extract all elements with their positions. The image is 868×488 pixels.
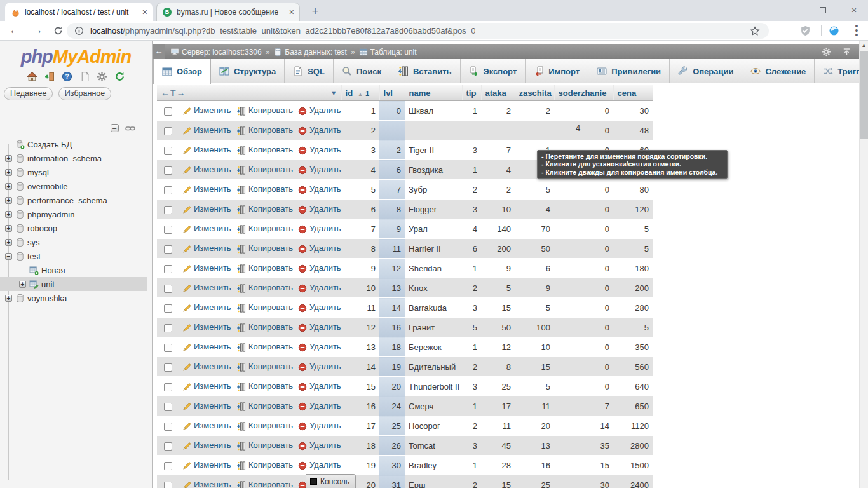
expand-icon[interactable]: + bbox=[5, 155, 12, 162]
row-edit-link[interactable]: Изменить bbox=[182, 105, 231, 115]
tab-close-icon[interactable]: × bbox=[142, 8, 147, 17]
console-button[interactable]: Консоль bbox=[306, 474, 356, 488]
row-delete-link[interactable]: Удалить bbox=[298, 381, 341, 391]
row-delete-link[interactable]: Удалить bbox=[298, 322, 341, 332]
tree-item-label[interactable]: voynushka bbox=[27, 294, 67, 303]
row-delete-link[interactable]: Удалить bbox=[298, 165, 341, 174]
collapse-all-icon[interactable]: – bbox=[111, 124, 119, 132]
tree-item-создать-бд[interactable]: +Создать БД bbox=[0, 137, 147, 151]
column-dropdown-icon[interactable]: ▼ bbox=[330, 89, 337, 97]
tree-item-label[interactable]: test bbox=[27, 252, 41, 261]
page-settings-gear-icon[interactable] bbox=[822, 47, 831, 57]
expand-icon[interactable]: + bbox=[5, 211, 12, 218]
row-delete-link[interactable]: Удалить bbox=[298, 440, 341, 450]
tab-privileges[interactable]: Привилегии bbox=[588, 59, 670, 83]
window-minimize-button[interactable]: – bbox=[773, 0, 801, 21]
row-checkbox[interactable] bbox=[164, 403, 172, 411]
tree-item-phpmyadmin[interactable]: +phpmyadmin bbox=[0, 207, 147, 221]
forward-button[interactable]: → bbox=[32, 25, 43, 36]
row-checkbox[interactable] bbox=[164, 127, 172, 135]
row-edit-link[interactable]: Изменить bbox=[182, 184, 231, 194]
row-copy-link[interactable]: Копировать bbox=[237, 322, 293, 332]
tab-structure[interactable]: Структура bbox=[211, 59, 285, 83]
row-edit-link[interactable]: Изменить bbox=[182, 480, 231, 488]
row-checkbox[interactable] bbox=[164, 344, 172, 352]
row-edit-link[interactable]: Изменить bbox=[182, 460, 231, 470]
tree-item-label[interactable]: mysql bbox=[27, 168, 49, 177]
expand-icon[interactable]: + bbox=[5, 295, 12, 302]
tab-browse[interactable]: Обзор bbox=[153, 59, 211, 84]
row-copy-link[interactable]: Копировать bbox=[237, 145, 293, 154]
row-edit-link[interactable]: Изменить bbox=[182, 204, 231, 214]
row-edit-link[interactable]: Изменить bbox=[182, 125, 231, 135]
link-with-main-panel-icon[interactable] bbox=[125, 125, 135, 132]
row-edit-link[interactable]: Изменить bbox=[182, 165, 231, 174]
row-checkbox[interactable] bbox=[164, 206, 172, 214]
row-checkbox[interactable] bbox=[164, 186, 172, 194]
tab-sql[interactable]: SQL bbox=[285, 59, 334, 83]
row-copy-link[interactable]: Копировать bbox=[237, 105, 293, 115]
collapse-console-icon[interactable] bbox=[842, 47, 851, 57]
row-delete-link[interactable]: Удалить bbox=[298, 401, 341, 410]
row-copy-link[interactable]: Копировать bbox=[237, 381, 293, 391]
row-checkbox[interactable] bbox=[164, 363, 172, 372]
tree-item-test[interactable]: −test bbox=[0, 249, 147, 263]
tree-item-label[interactable]: performance_schema bbox=[27, 196, 107, 205]
column-options-control[interactable]: ←T→ bbox=[161, 88, 186, 98]
tree-item-robocop[interactable]: +robocop bbox=[0, 221, 147, 235]
documentation-icon[interactable] bbox=[79, 71, 90, 82]
tree-item-overmobile[interactable]: +overmobile bbox=[0, 179, 147, 193]
tree-item-label[interactable]: unit bbox=[41, 280, 55, 289]
window-close-button[interactable]: × bbox=[840, 0, 868, 21]
row-copy-link[interactable]: Копировать bbox=[237, 362, 293, 371]
row-delete-link[interactable]: Удалить bbox=[298, 224, 341, 233]
row-edit-link[interactable]: Изменить bbox=[182, 224, 231, 233]
tab-export[interactable]: Экспорт bbox=[461, 59, 526, 83]
column-header-soderzhanie[interactable]: soderzhanie bbox=[554, 85, 613, 101]
row-delete-link[interactable]: Удалить bbox=[298, 342, 341, 351]
breadcrumb-database[interactable]: База данных: test bbox=[285, 48, 347, 57]
row-edit-link[interactable]: Изменить bbox=[182, 440, 231, 450]
row-checkbox[interactable] bbox=[164, 285, 172, 293]
collapse-icon[interactable]: − bbox=[5, 253, 12, 260]
tab-tracking[interactable]: Слежение bbox=[742, 59, 815, 83]
logout-icon[interactable] bbox=[44, 71, 55, 82]
row-checkbox[interactable] bbox=[164, 226, 172, 234]
row-checkbox[interactable] bbox=[164, 324, 172, 332]
expand-icon[interactable]: + bbox=[5, 197, 12, 204]
row-edit-link[interactable]: Изменить bbox=[182, 421, 231, 430]
row-edit-link[interactable]: Изменить bbox=[182, 362, 231, 371]
column-header-ataka[interactable]: ataka bbox=[481, 85, 515, 101]
tab-operations[interactable]: Операции bbox=[670, 59, 742, 83]
reload-button[interactable] bbox=[53, 26, 63, 36]
row-delete-link[interactable]: Удалить bbox=[298, 421, 341, 430]
row-checkbox[interactable] bbox=[164, 245, 172, 254]
tab-search[interactable]: Поиск bbox=[334, 59, 390, 83]
tree-item-новая[interactable]: +Новая bbox=[0, 263, 147, 277]
tree-item-label[interactable]: overmobile bbox=[27, 182, 68, 191]
browser-tab-active[interactable]: localhost / localhost / test / unit × bbox=[5, 3, 153, 21]
bookmark-star-icon[interactable] bbox=[750, 26, 760, 36]
row-copy-link[interactable]: Копировать bbox=[237, 440, 293, 450]
tree-item-label[interactable]: Новая bbox=[41, 266, 65, 275]
address-bar[interactable]: localhost/phpmyadmin/sql.php?db=test&tab… bbox=[67, 23, 769, 39]
row-delete-link[interactable]: Удалить bbox=[298, 184, 341, 194]
column-header-zaschita[interactable]: zaschita bbox=[515, 85, 554, 101]
tree-item-performance_schema[interactable]: +performance_schema bbox=[0, 193, 147, 207]
row-checkbox[interactable] bbox=[164, 482, 172, 488]
extension-shield-icon[interactable] bbox=[800, 25, 811, 36]
phpmyadmin-logo[interactable]: phpMyAdmin bbox=[0, 46, 152, 67]
row-checkbox[interactable] bbox=[164, 304, 172, 313]
row-copy-link[interactable]: Копировать bbox=[237, 224, 293, 233]
row-checkbox[interactable] bbox=[164, 147, 172, 155]
row-checkbox[interactable] bbox=[164, 107, 172, 116]
expand-icon[interactable]: + bbox=[5, 225, 12, 232]
row-checkbox[interactable] bbox=[164, 423, 172, 431]
expand-icon[interactable]: + bbox=[19, 281, 26, 288]
row-checkbox[interactable] bbox=[164, 166, 172, 175]
window-maximize-button[interactable] bbox=[809, 0, 837, 21]
row-checkbox[interactable] bbox=[164, 462, 172, 470]
row-edit-link[interactable]: Изменить bbox=[182, 283, 231, 292]
row-copy-link[interactable]: Копировать bbox=[237, 263, 293, 273]
column-header-name[interactable]: name bbox=[405, 85, 462, 101]
